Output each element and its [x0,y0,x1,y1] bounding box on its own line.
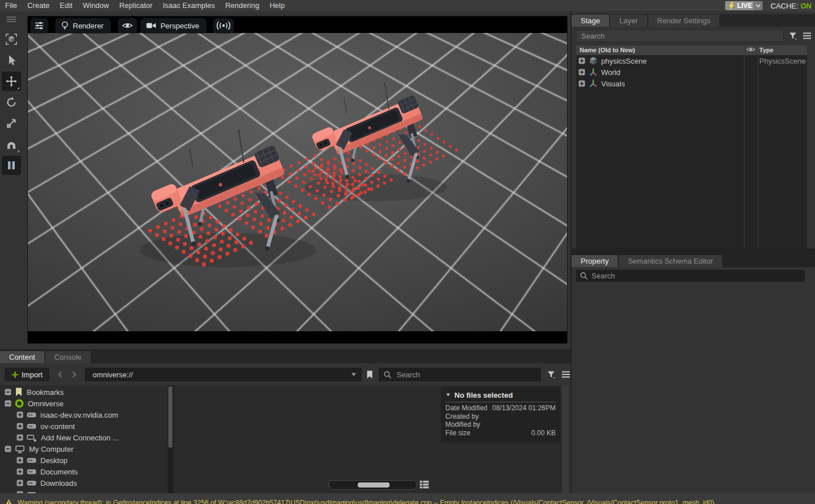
visibility-button[interactable] [118,18,137,34]
tab-stage-stage[interactable]: Stage [572,15,609,27]
property-tab-bar: PropertySemantics Schema Editor [572,255,815,267]
name-column-label: Name (Old to New) [580,47,635,53]
pause-icon[interactable] [2,156,21,175]
status-bar[interactable]: Warning (secondary thread): in GetInstan… [0,493,815,504]
stage-options-icon[interactable] [802,32,812,40]
file-details-pane: No files selected Date Modified08/13/202… [441,387,560,443]
tree-row-partial[interactable] [0,489,167,493]
chevron-down-icon [755,3,761,8]
warning-icon [5,499,13,504]
filter-icon[interactable] [547,370,556,379]
menu-rendering[interactable]: Rendering [220,0,264,11]
menu-replicator[interactable]: Replicator [114,0,158,11]
back-button[interactable] [56,370,64,379]
content-options-icon[interactable] [561,370,570,378]
lightbulb-icon [60,20,69,31]
stage-row-World[interactable]: World [576,66,807,78]
details-header[interactable]: No files selected [445,389,556,401]
expand-icon[interactable] [16,480,23,486]
tree-row-omniverse[interactable]: Omniverse [0,398,167,409]
tab-content-console[interactable]: Console [45,351,91,363]
stage-search-input[interactable] [576,30,784,42]
viewport-toolbar: Renderer Perspective [30,18,234,34]
expand-icon[interactable] [16,468,23,475]
render-signal-button[interactable] [213,18,234,34]
content-scrollbar[interactable] [562,385,569,493]
menu-help[interactable]: Help [264,0,290,11]
xform-icon [589,79,598,88]
menu-edit[interactable]: Edit [55,0,77,11]
grid-view-icon[interactable] [419,480,429,489]
stage-column-header[interactable]: Name (Old to New) Type [576,45,807,55]
menu-window[interactable]: Window [77,0,114,11]
prim-name: physicsScene [601,57,647,65]
tree-row-downloads[interactable]: Downloads [0,477,167,489]
path-field[interactable] [85,368,362,381]
expand-icon[interactable] [578,80,585,87]
menu-create[interactable]: Create [22,0,55,11]
expand-icon[interactable] [16,411,23,418]
camera-button[interactable]: Perspective [140,18,206,34]
tree-item-label: Desktop [40,456,68,465]
bookmark-path-icon[interactable] [366,370,373,379]
viewport-scene[interactable] [28,33,567,332]
tree-item-label: ov-content [40,422,75,431]
tree-row-isaac-dev-ov-nvidia-com[interactable]: isaac-dev.ov.nvidia.com [0,409,167,420]
tab-property-semantics-schema-editor[interactable]: Semantics Schema Editor [619,255,722,267]
expand-icon[interactable] [16,457,23,464]
collapse-triangle-icon [445,393,451,397]
renderer-button[interactable]: Renderer [55,18,111,34]
live-dropdown-button[interactable] [754,1,763,10]
content-search-field[interactable] [379,368,541,381]
collapse-icon[interactable] [5,445,11,452]
tab-property-property[interactable]: Property [572,255,618,267]
path-dropdown-icon[interactable] [350,372,357,377]
prim-name: Visuals [601,80,625,88]
expand-icon[interactable] [16,423,23,430]
rotate-tool-icon[interactable] [2,93,21,112]
menu-isaac-examples[interactable]: Isaac Examples [158,0,220,11]
expand-icon[interactable] [578,57,585,64]
expand-icon[interactable] [578,69,585,76]
tree-scrollbar[interactable] [168,385,173,493]
scale-tool-icon[interactable] [2,114,21,133]
import-button[interactable]: Import [5,368,49,381]
frame-selection-icon[interactable] [2,30,21,49]
stage-row-physicsScene[interactable]: physicsScenePhysicsScene [576,55,807,66]
tree-row-desktop[interactable]: Desktop [0,455,167,466]
tab-content-content[interactable]: Content [0,351,44,363]
path-input[interactable] [93,370,350,379]
menu-file[interactable]: File [0,0,22,11]
visibility-column-eye-icon [746,46,755,53]
stage-row-Visuals[interactable]: Visuals [576,78,807,89]
select-cursor-icon[interactable] [2,51,21,70]
filter-icon[interactable] [788,31,797,40]
collapse-icon[interactable] [5,400,11,407]
type-column-label: Type [759,45,773,55]
tree-row-my-computer[interactable]: My Computer [0,443,167,455]
tree-row-add-new-connection-[interactable]: Add New Connection ... [0,432,167,443]
move-tool-icon[interactable] [2,72,21,91]
tab-stage-render-settings[interactable]: Render Settings [648,15,719,27]
tree-row-ov-content[interactable]: ov-content [0,420,167,432]
collapse-icon[interactable] [5,389,11,395]
thumbnail-size-slider[interactable] [329,480,417,490]
live-button[interactable]: LIVE [725,1,757,10]
content-search-input[interactable] [396,370,536,379]
tab-stage-layer[interactable]: Layer [610,15,647,27]
tree-row-documents[interactable]: Documents [0,466,167,477]
omniverse-icon [15,399,24,408]
viewport-settings-button[interactable] [30,18,48,34]
tree-row-bookmarks[interactable]: Bookmarks [0,386,167,398]
drive-icon [27,411,36,419]
toolbar-handle-icon[interactable] [2,14,21,25]
plus-icon [11,371,19,378]
property-search-input[interactable] [591,272,801,280]
eye-icon [122,22,133,30]
snap-tool-icon[interactable] [2,135,21,154]
forward-button[interactable] [70,370,78,379]
expand-icon[interactable] [16,434,23,441]
tree-item-label: Documents [40,468,78,476]
viewport-3d[interactable]: Renderer Perspective [27,16,568,344]
bookmark-icon [15,388,23,397]
